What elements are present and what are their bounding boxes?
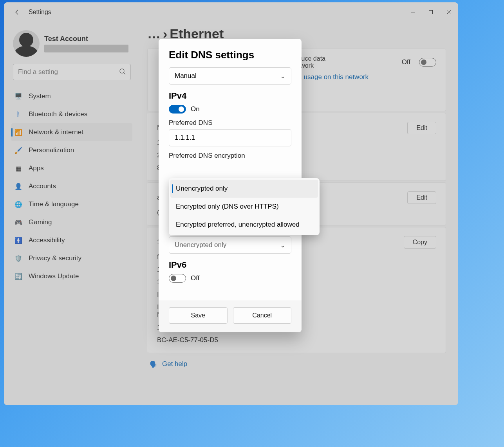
preferred-dns-input[interactable]: [175, 134, 285, 142]
ipv4-toggle[interactable]: [169, 105, 186, 114]
option-label: Encrypted only (DNS over HTTPS): [176, 203, 279, 211]
ipv6-heading: IPv6: [169, 260, 291, 270]
preferred-dns-label: Preferred DNS: [169, 119, 291, 127]
chevron-down-icon: ⌄: [280, 241, 285, 249]
preferred-dns-enc-dropdown: Unencrypted only Encrypted only (DNS ove…: [169, 178, 320, 235]
dialog-title: Edit DNS settings: [169, 49, 291, 61]
select-value: Unencrypted only: [175, 241, 226, 249]
ipv4-state: On: [191, 105, 200, 113]
preferred-dns-enc-label: Preferred DNS encryption: [169, 152, 291, 160]
dropdown-option[interactable]: Encrypted preferred, unencrypted allowed: [170, 216, 318, 234]
select-value: Manual: [175, 72, 197, 80]
save-button[interactable]: Save: [169, 307, 228, 324]
dropdown-option[interactable]: Unencrypted only: [170, 180, 318, 198]
dns-mode-select[interactable]: Manual ⌄: [169, 67, 291, 85]
ipv4-heading: IPv4: [169, 91, 291, 101]
dropdown-option[interactable]: Encrypted only (DNS over HTTPS): [170, 198, 318, 216]
ipv6-state: Off: [191, 274, 199, 282]
option-label: Encrypted preferred, unencrypted allowed: [176, 221, 300, 229]
ipv6-toggle[interactable]: [169, 274, 186, 283]
chevron-down-icon: ⌄: [280, 72, 285, 80]
cancel-button[interactable]: Cancel: [233, 307, 292, 324]
preferred-dns-field[interactable]: [169, 129, 291, 146]
option-label: Unencrypted only: [176, 185, 228, 193]
alternate-dns-enc-select[interactable]: Unencrypted only ⌄: [169, 236, 291, 254]
settings-window: Settings Test Account 🖥️System ᛒBluetoo: [4, 2, 458, 405]
